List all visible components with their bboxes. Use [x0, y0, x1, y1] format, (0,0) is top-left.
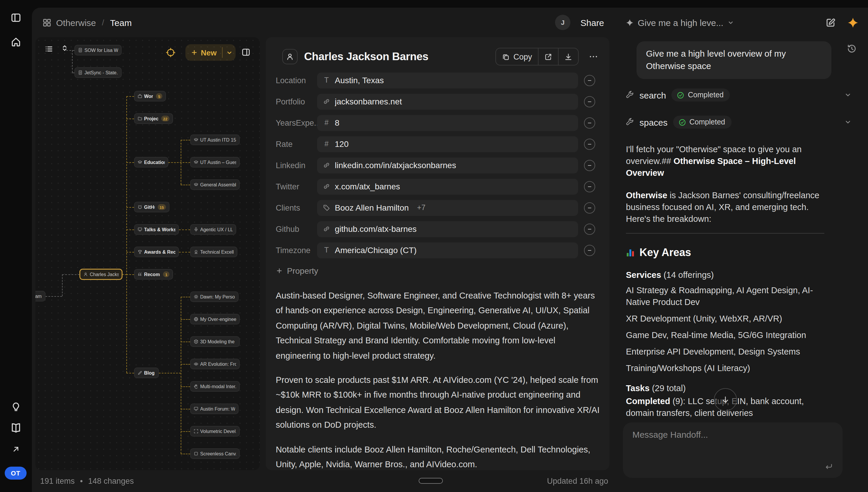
tool-call-search[interactable]: searchCompleted — [626, 86, 851, 104]
tree-node-education[interactable]: Education — [134, 157, 168, 168]
doc-icon — [78, 70, 83, 75]
remove-field-button[interactable] — [584, 96, 595, 107]
field-location-input[interactable]: TAustin, Texas — [317, 72, 578, 88]
remove-field-button[interactable] — [584, 245, 595, 256]
connector — [179, 252, 190, 252]
field-timezone-input[interactable]: TAmerica/Chicago (CT) — [317, 242, 578, 258]
remove-field-button[interactable] — [584, 181, 595, 192]
tree-node-volumetric[interactable]: Volumetric Devel... — [190, 426, 240, 437]
external-share-icon[interactable] — [11, 445, 20, 454]
hand-icon — [194, 384, 198, 389]
tree-node-projects[interactable]: Projects22 — [134, 113, 173, 124]
panel-toggle-icon[interactable] — [241, 48, 250, 57]
medal-icon — [194, 249, 198, 254]
field-rate-input[interactable]: #120 — [317, 136, 578, 152]
horizontal-scrollbar[interactable] — [419, 478, 443, 484]
field-row-rate: Rate#120 — [276, 136, 595, 152]
chevron-down-icon — [727, 19, 734, 26]
connector — [181, 364, 190, 365]
breadcrumb-parent[interactable]: Otherwise — [56, 18, 96, 27]
items-count: 191 items — [40, 476, 75, 485]
remove-field-button[interactable] — [584, 223, 595, 235]
field-twitter-input[interactable]: x.com/atx_barnes — [317, 178, 578, 194]
tree-node-dawn-personal[interactable]: Dawn: My Perso... — [190, 291, 238, 302]
list-view-icon[interactable] — [45, 45, 53, 53]
chat-thread-selector[interactable]: Give me a high leve... — [626, 8, 734, 37]
download-button[interactable] — [558, 48, 578, 65]
field-years-experience-input[interactable]: #8 — [317, 115, 578, 131]
workspace-badge[interactable]: OT — [5, 467, 27, 479]
recenter-icon[interactable] — [166, 48, 175, 57]
remove-field-button[interactable] — [584, 159, 595, 171]
tree-node-blog[interactable]: Blog — [134, 368, 159, 378]
tree-node-github[interactable]: GitHub15 — [134, 202, 169, 212]
field-portfolio-input[interactable]: jacksonbarnes.net — [317, 94, 578, 109]
person-icon — [83, 272, 88, 277]
chevron-down-icon[interactable] — [844, 119, 851, 126]
field-github-input[interactable]: github.com/atx-barnes — [317, 221, 578, 237]
tree-node-work[interactable]: Work5 — [134, 91, 166, 101]
tree-node-multi-modal[interactable]: Multi-modal Inter... — [190, 381, 240, 392]
person-icon — [282, 49, 298, 64]
tree-node-agentic-ux[interactable]: Agentic UX / LL... — [190, 224, 236, 235]
tree-node-general-assembly[interactable]: General Assembl... — [190, 179, 240, 190]
folder-icon — [138, 116, 142, 121]
lightbulb-icon[interactable] — [11, 401, 21, 411]
tree-node-jetsync-state[interactable]: JetSync - State... — [74, 67, 122, 78]
presentation-icon — [138, 227, 142, 232]
home-icon[interactable] — [10, 36, 21, 47]
tree-node-austin-forum[interactable]: Austin Forum: W... — [190, 403, 238, 414]
grad-icon — [194, 182, 198, 187]
tree-node-ut-austin-guest[interactable]: UT Austin – Gues... — [190, 157, 240, 168]
service-item: AI Strategy & Roadmapping, AI Agent Desi… — [626, 284, 824, 308]
mindmap-canvas[interactable]: New SOW for Lisa Win...JetSync - State..… — [36, 37, 260, 470]
tree-node-awards-recognition[interactable]: Awards & Recog... — [134, 247, 179, 257]
tree-node-ar-evolution[interactable]: AR Evolution: Fro... — [190, 359, 240, 369]
sidebar-toggle-icon[interactable] — [10, 13, 21, 23]
field-row-portfolio: Portfoliojacksonbarnes.net — [276, 94, 595, 109]
expand-collapse-icon[interactable] — [61, 44, 69, 52]
remove-field-button[interactable] — [584, 117, 595, 128]
share-button[interactable]: Share — [581, 18, 604, 27]
new-node-button[interactable]: New — [185, 44, 236, 61]
chat-input[interactable] — [623, 422, 843, 478]
tree-node-technical-excellence[interactable]: Technical Excelle... — [190, 247, 237, 257]
avatar[interactable]: J — [555, 15, 570, 30]
status-badge: Completed — [673, 116, 732, 129]
field-linkedin-input[interactable]: linkedin.com/in/atxjacksonbarnes — [317, 157, 578, 173]
more-options-button[interactable] — [586, 49, 601, 64]
open-external-button[interactable] — [538, 48, 558, 65]
tree-node-team[interactable]: Team — [36, 291, 45, 301]
scroll-to-bottom-button[interactable] — [714, 388, 737, 411]
docs-book-icon[interactable] — [10, 422, 21, 433]
tree-node-recommendations[interactable]: Recommend...1 — [134, 269, 173, 280]
tree-node-3d-modeling[interactable]: 3D Modeling the ... — [190, 336, 240, 347]
ai-sparkle-icon[interactable] — [847, 17, 859, 28]
remove-field-button[interactable] — [584, 75, 595, 86]
remove-field-button[interactable] — [584, 138, 595, 150]
tree-node-charles-jackson[interactable]: Charles Jackson ... — [80, 269, 122, 280]
copy-button[interactable]: Copy — [496, 48, 538, 65]
tree-node-sow-for-lisa[interactable]: SOW for Lisa Win... — [74, 45, 122, 55]
tree-node-over-engineered[interactable]: My Over-enginee... — [190, 314, 240, 324]
field-row-twitter: Twitterx.com/atx_barnes — [276, 178, 595, 194]
remove-field-button[interactable] — [584, 202, 595, 213]
field-clients-input[interactable]: Booz Allen Hamilton+7 — [317, 200, 578, 216]
plus-icon — [191, 49, 198, 56]
chevron-down-icon[interactable] — [222, 49, 236, 56]
tree-node-talks-workshops[interactable]: Talks & Worksho... — [134, 224, 179, 235]
profile-panel: Charles Jackson Barnes Copy LocationTAus… — [266, 37, 609, 470]
number-type-icon: # — [323, 119, 330, 127]
add-property-button[interactable]: Property — [276, 266, 318, 275]
tree-node-screenless[interactable]: Screenless Canv... — [190, 448, 240, 459]
history-icon[interactable] — [847, 44, 857, 54]
connector — [126, 274, 134, 275]
tool-call-spaces[interactable]: spacesCompleted — [626, 113, 851, 131]
breadcrumb-current[interactable]: Team — [110, 18, 132, 27]
new-chat-icon[interactable] — [825, 18, 836, 27]
chevron-down-icon[interactable] — [844, 92, 851, 99]
connector — [181, 387, 190, 387]
tree-node-ut-austin-itd[interactable]: UT Austin ITD 15... — [190, 134, 240, 145]
connector — [126, 119, 134, 119]
eye-icon — [194, 362, 198, 366]
